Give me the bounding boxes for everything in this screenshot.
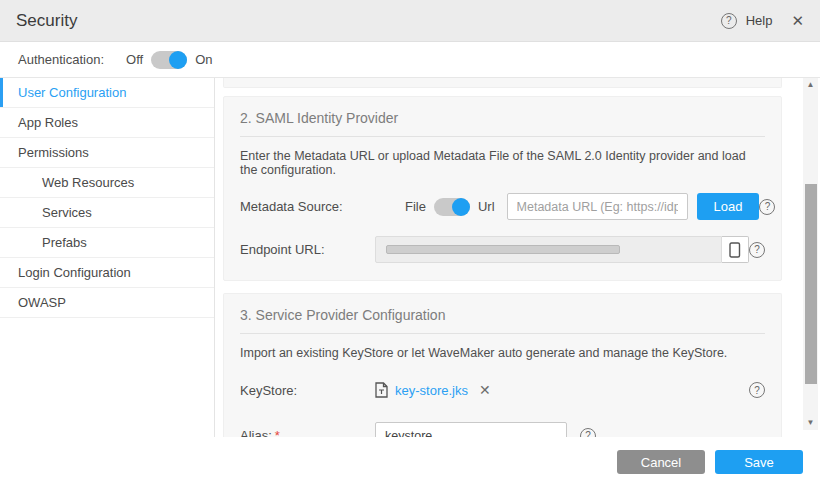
sidebar-item-web-resources[interactable]: Web Resources <box>0 168 214 198</box>
titlebar-actions: ? Help ✕ <box>721 13 804 29</box>
alias-row: Alias:* ? <box>240 422 765 437</box>
endpoint-url-help-icon[interactable]: ? <box>749 242 765 258</box>
security-dialog: Security ? Help ✕ Authentication: Off On… <box>0 0 820 487</box>
metadata-source-help-icon[interactable]: ? <box>759 199 775 215</box>
close-icon[interactable]: ✕ <box>791 13 804 28</box>
sidebar-item-login-configuration[interactable]: Login Configuration <box>0 258 214 288</box>
load-button[interactable]: Load <box>697 193 760 220</box>
authentication-row: Authentication: Off On <box>0 42 820 78</box>
file-url-toggle-group: File Url <box>405 198 495 216</box>
sidebar-item-label: User Configuration <box>18 85 126 100</box>
alias-label-text: Alias: <box>240 428 272 437</box>
alias-help-icon[interactable]: ? <box>580 428 596 438</box>
auth-on-label: On <box>195 52 212 67</box>
sidebar-item-app-roles[interactable]: App Roles <box>0 108 214 138</box>
file-icon <box>375 382 388 398</box>
titlebar: Security ? Help ✕ <box>0 0 820 42</box>
endpoint-url-field-group <box>375 236 749 263</box>
alias-label: Alias:* <box>240 428 375 437</box>
save-button[interactable]: Save <box>715 450 803 474</box>
metadata-source-row: Metadata Source: File Url Load ? <box>240 193 765 220</box>
dialog-body: User Configuration App Roles Permissions… <box>0 78 820 437</box>
endpoint-url-label: Endpoint URL: <box>240 242 375 257</box>
help-icon[interactable]: ? <box>721 13 737 29</box>
keystore-row: KeyStore: key-store.jks ✕ ? <box>240 382 765 398</box>
auth-off-label: Off <box>126 52 143 67</box>
section-divider <box>240 333 765 334</box>
file-option-label: File <box>405 199 426 214</box>
metadata-source-label: Metadata Source: <box>240 199 375 214</box>
service-provider-description: Import an existing KeyStore or let WaveM… <box>240 346 765 360</box>
section-title-saml: 2. SAML Identity Provider <box>240 110 765 126</box>
sidebar-item-services[interactable]: Services <box>0 198 214 228</box>
authentication-label: Authentication: <box>18 52 104 67</box>
redacted-value-bar <box>386 245 620 254</box>
previous-section-card-edge <box>223 78 782 88</box>
remove-keystore-icon[interactable]: ✕ <box>479 382 491 398</box>
sidebar-item-label: Login Configuration <box>18 265 131 280</box>
sidebar: User Configuration App Roles Permissions… <box>0 78 215 437</box>
required-asterisk: * <box>275 428 280 437</box>
toggle-knob <box>452 198 470 216</box>
scrollbar-track[interactable] <box>803 92 818 416</box>
cancel-button[interactable]: Cancel <box>617 450 705 474</box>
sidebar-item-permissions[interactable]: Permissions <box>0 138 214 168</box>
service-provider-configuration-card: 3. Service Provider Configuration Import… <box>223 293 782 437</box>
alias-input[interactable] <box>375 422 567 437</box>
endpoint-url-field <box>375 236 722 263</box>
sidebar-item-user-configuration[interactable]: User Configuration <box>0 78 214 108</box>
authentication-toggle-group: Off On <box>126 51 212 69</box>
url-option-label: Url <box>478 199 495 214</box>
sidebar-item-label: App Roles <box>18 115 78 130</box>
copy-icon[interactable] <box>722 236 749 263</box>
sidebar-item-label: OWASP <box>18 295 66 310</box>
sidebar-item-label: Prefabs <box>42 235 87 250</box>
saml-description: Enter the Metadata URL or upload Metadat… <box>240 149 765 177</box>
saml-identity-provider-card: 2. SAML Identity Provider Enter the Meta… <box>223 96 782 281</box>
authentication-toggle[interactable] <box>151 51 187 69</box>
sidebar-item-label: Services <box>42 205 92 220</box>
scrollbar-thumb[interactable] <box>805 184 817 384</box>
keystore-help-icon[interactable]: ? <box>749 382 765 398</box>
keystore-file-chip: key-store.jks ✕ <box>375 382 491 398</box>
section-title-service-provider: 3. Service Provider Configuration <box>240 307 765 323</box>
content-scroll-area: 2. SAML Identity Provider Enter the Meta… <box>215 78 790 437</box>
sidebar-item-label: Web Resources <box>42 175 134 190</box>
toggle-knob <box>169 51 187 69</box>
keystore-file-link[interactable]: key-store.jks <box>395 383 468 398</box>
dialog-footer: Cancel Save <box>0 437 820 487</box>
metadata-url-input[interactable] <box>507 193 688 220</box>
file-url-toggle[interactable] <box>434 198 470 216</box>
page-title: Security <box>16 11 77 31</box>
vertical-scrollbar[interactable]: ▲ ▼ <box>803 78 818 430</box>
section-divider <box>240 136 765 137</box>
scroll-down-icon[interactable]: ▼ <box>807 416 815 430</box>
scroll-up-icon[interactable]: ▲ <box>807 78 815 92</box>
help-link[interactable]: Help <box>746 13 773 28</box>
keystore-label: KeyStore: <box>240 383 375 398</box>
sidebar-item-prefabs[interactable]: Prefabs <box>0 228 214 258</box>
endpoint-url-row: Endpoint URL: ? <box>240 236 765 263</box>
sidebar-item-owasp[interactable]: OWASP <box>0 288 214 318</box>
sidebar-item-label: Permissions <box>18 145 89 160</box>
